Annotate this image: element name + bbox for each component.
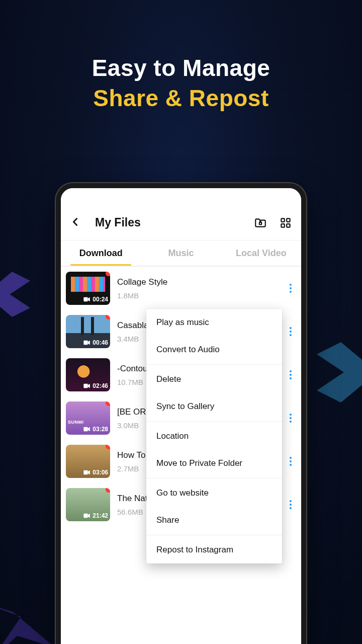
svg-rect-1 — [281, 218, 285, 222]
menu-item-delete[interactable]: Delete — [146, 366, 282, 393]
svg-marker-8 — [88, 341, 90, 345]
file-row[interactable]: 00:24Collage Style1.8MB — [61, 267, 301, 310]
file-duration: 03:28 — [93, 426, 108, 433]
svg-rect-5 — [84, 297, 88, 301]
svg-marker-10 — [88, 384, 90, 388]
grid-view-icon[interactable] — [279, 216, 292, 229]
new-badge-dot — [106, 445, 110, 449]
tab-download[interactable]: Download — [61, 242, 141, 265]
file-thumbnail[interactable]: 00:24 — [66, 272, 110, 305]
svg-rect-13 — [84, 470, 88, 474]
back-icon[interactable] — [70, 216, 81, 229]
hero-line-1: Easy to Manage — [0, 54, 362, 82]
svg-marker-14 — [88, 470, 90, 474]
duration-badge: 00:24 — [68, 296, 108, 303]
tab-local-video[interactable]: Local Video — [221, 242, 301, 265]
file-title: Collage Style — [117, 277, 280, 287]
more-options-icon[interactable] — [287, 414, 294, 423]
file-thumbnail[interactable]: 02:46 — [66, 358, 110, 391]
page-title: My Files — [95, 216, 248, 229]
svg-marker-16 — [88, 514, 90, 518]
new-badge-dot — [106, 488, 110, 493]
duration-badge: 00:46 — [68, 339, 108, 346]
more-options-icon[interactable] — [287, 327, 294, 336]
menu-separator — [146, 478, 282, 478]
file-meta: Collage Style1.8MB — [117, 277, 280, 300]
more-options-icon[interactable] — [287, 370, 294, 379]
new-badge-dot — [106, 401, 110, 406]
menu-item-play-as-music[interactable]: Play as music — [146, 309, 282, 336]
menu-item-share[interactable]: Share — [146, 507, 282, 534]
bg-decor-arrow — [317, 342, 362, 403]
file-size: 1.8MB — [117, 291, 280, 300]
menu-item-move-to-private-folder[interactable]: Move to Private Folder — [146, 450, 282, 477]
file-thumbnail[interactable]: 03:06 — [66, 445, 110, 478]
bg-decor-arrow — [0, 272, 30, 317]
svg-rect-7 — [84, 341, 88, 345]
file-duration: 00:46 — [93, 339, 108, 346]
tab-music[interactable]: Music — [141, 242, 221, 265]
bg-decor-arrow — [0, 588, 55, 644]
private-folder-icon[interactable] — [254, 216, 267, 229]
duration-badge: 02:46 — [68, 382, 108, 389]
new-badge-dot — [106, 272, 110, 276]
context-menu: Play as musicConvert to AudioDeleteSync … — [146, 309, 282, 564]
file-thumbnail[interactable]: 21:42 — [66, 488, 110, 521]
more-options-icon[interactable] — [287, 457, 294, 466]
menu-item-location[interactable]: Location — [146, 423, 282, 450]
menu-separator — [146, 421, 282, 422]
svg-rect-2 — [287, 218, 290, 222]
file-duration: 02:46 — [93, 382, 108, 389]
svg-marker-12 — [88, 427, 90, 431]
tab-bar: DownloadMusicLocal Video — [61, 240, 301, 267]
app-bar: My Files — [61, 205, 301, 240]
svg-rect-9 — [84, 384, 88, 388]
svg-marker-6 — [88, 297, 90, 301]
duration-badge: 21:42 — [68, 512, 108, 519]
duration-badge: 03:06 — [68, 469, 108, 476]
more-options-icon[interactable] — [287, 284, 294, 293]
app-screen: My Files DownloadMusicLocal Video 00:24C… — [61, 188, 301, 644]
menu-item-sync-to-gallery[interactable]: Sync to Gallery — [146, 393, 282, 420]
duration-badge: 03:28 — [68, 426, 108, 433]
svg-rect-11 — [84, 427, 88, 431]
phone-device-frame: My Files DownloadMusicLocal Video 00:24C… — [56, 183, 306, 644]
file-duration: 03:06 — [93, 469, 108, 476]
svg-rect-4 — [287, 224, 290, 227]
file-thumbnail[interactable]: 00:46 — [66, 315, 110, 348]
menu-item-convert-to-audio[interactable]: Convert to Audio — [146, 336, 282, 363]
svg-rect-0 — [259, 222, 261, 224]
hero-heading: Easy to Manage Share & Repost — [0, 0, 362, 112]
menu-item-repost-to-instagram[interactable]: Repost to Instagram — [146, 536, 282, 564]
file-duration: 21:42 — [93, 512, 108, 519]
new-badge-dot — [106, 315, 110, 319]
file-duration: 00:24 — [93, 296, 108, 303]
menu-separator — [146, 535, 282, 535]
file-thumbnail[interactable]: 03:28 — [66, 401, 110, 435]
hero-line-2: Share & Repost — [0, 85, 362, 112]
more-options-icon[interactable] — [287, 500, 294, 509]
menu-item-go-to-website[interactable]: Go to website — [146, 479, 282, 507]
svg-rect-3 — [281, 224, 285, 227]
svg-rect-15 — [84, 514, 88, 518]
menu-separator — [146, 364, 282, 365]
